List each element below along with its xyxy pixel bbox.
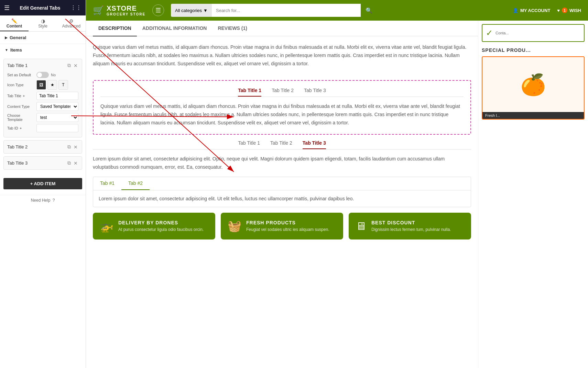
- main-content: 🛒 XSTORE GROCERY STORE ☰ All categories …: [86, 0, 588, 368]
- tab-item-1-title: Tab Title 1: [7, 63, 28, 68]
- dynamic-icon-id: ✦: [19, 126, 22, 130]
- product-card: 🍊 Fresh l...: [482, 56, 585, 120]
- tab-item-1-header: Tab Title 1 ⧉ ✕: [7, 62, 78, 69]
- left-panel: ☰ Edit General Tabs ⋮⋮ ✏️ Content ◑ Styl…: [0, 0, 86, 368]
- heart-icon: ♥: [557, 8, 560, 13]
- widget-tab-1-3[interactable]: Tab Title 3: [304, 88, 326, 97]
- wishlist-label: WISH: [569, 8, 581, 13]
- panel-tabs: ✏️ Content ◑ Style ⚙ Advanced: [0, 15, 86, 32]
- tabs-widget-1-nav: Tab Title 1 Tab Title 2 Tab Title 3: [100, 88, 464, 97]
- widget-tab-2-3[interactable]: Tab Title 3: [303, 140, 326, 149]
- items-label: Items: [10, 47, 22, 53]
- tab-item-1: Tab Title 1 ⧉ ✕ Set as Default: [3, 59, 82, 137]
- tab-title-control[interactable]: [36, 92, 78, 100]
- feature-box-1: 🚁 DELIVERY BY DRONES At purus consectetu…: [93, 213, 215, 239]
- icon-type-row: Icon Type 🖼 ★ T: [7, 80, 78, 90]
- need-help: Need Help ?: [0, 195, 86, 205]
- items-arrow: ▼: [5, 48, 8, 52]
- description-text: Quisque varius diam vel metus mattis, id…: [93, 43, 471, 68]
- feature-boxes: 🚁 DELIVERY BY DRONES At purus consectetu…: [93, 213, 471, 239]
- choose-template-control[interactable]: test: [36, 113, 78, 122]
- nested-tabs-nav: Tab #1 Tab #2: [93, 177, 471, 190]
- feature-box-3: 🖥 BEST DISCOUNT Dignissim lectus fermen …: [349, 213, 471, 239]
- nested-tab-2[interactable]: Tab #2: [121, 177, 150, 190]
- toggle-switch[interactable]: [36, 72, 49, 78]
- tab-item-3-delete[interactable]: ✕: [73, 159, 78, 167]
- tab-content[interactable]: ✏️ Content: [0, 15, 29, 31]
- tab-item-3-header: Tab Title 3 ⧉ ✕: [7, 159, 78, 167]
- set-default-toggle[interactable]: No: [36, 72, 78, 78]
- collapse-handle[interactable]: ‹: [86, 184, 86, 194]
- widget-tab-2-content: Lorem ipsum dolor sit amet, consectetur …: [93, 155, 471, 171]
- icon-btn-text[interactable]: T: [58, 80, 68, 90]
- widget-tab-2-2[interactable]: Tab Title 2: [270, 140, 292, 149]
- tab-id-control[interactable]: [36, 124, 78, 132]
- panel-items-list: Tab Title 1 ⧉ ✕ Set as Default: [0, 56, 86, 175]
- top-nav: 🛒 XSTORE GROCERY STORE ☰ All categories …: [86, 0, 588, 21]
- wishlist-badge: 1: [562, 8, 567, 13]
- nested-tab-1[interactable]: Tab #1: [93, 177, 121, 190]
- tab-item-3-title: Tab Title 3: [7, 160, 28, 166]
- store-name-main: XSTORE: [107, 4, 145, 12]
- hamburger-icon[interactable]: ☰: [4, 4, 10, 12]
- general-section-header[interactable]: ▶ General: [0, 32, 86, 44]
- discount-icon: 🖥: [356, 220, 367, 233]
- product-image: 🍊: [482, 57, 584, 112]
- tab-id-label: Tab ID ✦: [7, 126, 36, 130]
- content-type-select[interactable]: Saved Templates: [36, 102, 78, 111]
- right-sidebar: ✓ Conta... SPECIAL PRODU... 🍊 Fresh l...: [478, 21, 588, 368]
- search-category-dropdown[interactable]: All categories ▼: [171, 4, 212, 17]
- add-item-button[interactable]: + ADD ITEM: [3, 178, 82, 189]
- tab-style[interactable]: ◑ Style: [29, 15, 57, 31]
- tab-item-3: Tab Title 3 ⧉ ✕: [3, 156, 82, 170]
- tab-item-1-duplicate[interactable]: ⧉: [67, 62, 72, 69]
- tab-item-2-delete[interactable]: ✕: [73, 143, 78, 150]
- widget-tab-1-2[interactable]: Tab Title 2: [272, 88, 294, 97]
- store-name: XSTORE GROCERY STORE: [107, 4, 145, 16]
- panel-header-icons: ⋮⋮: [70, 4, 81, 11]
- page-content: DESCRIPTION ADDITIONAL INFORMATION REVIE…: [86, 21, 588, 368]
- tab-item-1-delete[interactable]: ✕: [73, 62, 78, 69]
- tab-additional-info[interactable]: ADDITIONAL INFORMATION: [137, 21, 213, 36]
- tab-item-2: Tab Title 2 ⧉ ✕: [3, 140, 82, 154]
- general-arrow: ▶: [5, 36, 8, 40]
- icon-type-controls: 🖼 ★ T: [36, 80, 78, 90]
- tab-id-input[interactable]: [36, 124, 78, 132]
- icon-btn-star[interactable]: ★: [47, 80, 57, 90]
- account-label: MY ACCOUNT: [520, 8, 550, 13]
- toggle-no-label: No: [51, 73, 56, 77]
- help-icon: ?: [53, 198, 55, 203]
- items-section-header[interactable]: ▼ Items: [0, 44, 86, 56]
- feature-1-title: DELIVERY BY DRONES: [118, 220, 204, 225]
- tab-item-2-duplicate[interactable]: ⧉: [67, 143, 72, 150]
- tabs-widget-2-nav: Tab Title 1 Tab Title 2 Tab Title 3: [93, 140, 471, 149]
- widget-tab-1-content: Quisque varius diam vel metus mattis, id…: [100, 102, 464, 127]
- nested-tabs: Tab #1 Tab #2 Lorem ipsum dolor sit amet…: [93, 177, 471, 207]
- account-button[interactable]: 👤 MY ACCOUNT: [513, 8, 550, 13]
- tab-title-input[interactable]: [36, 92, 78, 100]
- support-check-icon: ✓: [486, 28, 493, 38]
- general-section: ▶ General: [0, 32, 86, 44]
- tab-item-2-title: Tab Title 2: [7, 144, 28, 149]
- nav-menu-button[interactable]: ☰: [152, 4, 164, 16]
- widget-tab-2-1[interactable]: Tab Title 1: [238, 140, 260, 149]
- tab-advanced[interactable]: ⚙ Advanced: [57, 15, 86, 31]
- grid-icon[interactable]: ⋮⋮: [70, 4, 81, 11]
- basket-icon: 🧺: [228, 220, 241, 233]
- widget-tab-1-1[interactable]: Tab Title 1: [238, 88, 261, 97]
- content-type-control[interactable]: Saved Templates: [36, 102, 78, 111]
- description-content: Quisque varius diam vel metus mattis, id…: [86, 36, 478, 75]
- set-default-control: No: [36, 72, 78, 78]
- search-input[interactable]: [212, 4, 361, 17]
- icon-btn-picture[interactable]: 🖼: [36, 80, 46, 90]
- tab-description[interactable]: DESCRIPTION: [93, 21, 137, 36]
- choose-template-select[interactable]: test: [36, 113, 78, 122]
- wishlist-button[interactable]: ♥ 1 WISH: [557, 8, 581, 13]
- search-button[interactable]: 🔍: [361, 4, 377, 17]
- tab-title-row: Tab Title ✦: [7, 92, 78, 100]
- tab-item-3-duplicate[interactable]: ⧉: [67, 159, 72, 167]
- feature-text-1: DELIVERY BY DRONES At purus consectetur …: [118, 220, 204, 233]
- set-default-row: Set as Default No: [7, 72, 78, 78]
- choose-template-label: Choose Template: [7, 113, 36, 122]
- tab-reviews[interactable]: REVIEWS (1): [212, 21, 253, 36]
